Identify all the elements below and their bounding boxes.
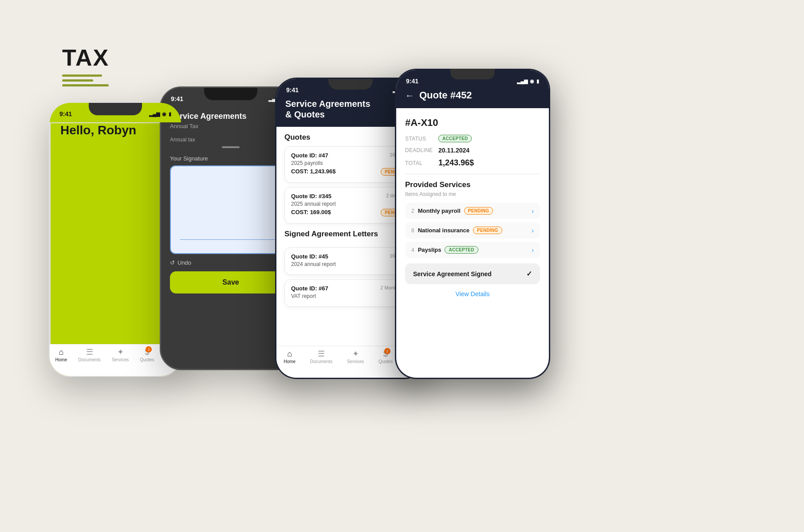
chevron-right-icon-3: › — [532, 246, 534, 254]
quotes-icon: $2 — [383, 350, 388, 358]
documents-icon: ☰ — [86, 348, 93, 356]
service2-num: 8 — [411, 227, 414, 234]
service-item-left-3: 4 Payslips ACCEPTED — [411, 246, 478, 254]
your-signature-label: Your Signature — [170, 155, 292, 162]
signed1-sub: 2024 annual report — [291, 261, 410, 267]
phone3-q2-id: Quote ID: #345 — [291, 193, 331, 200]
service1-item-status: PENDING — [464, 207, 493, 215]
phone4-header: ← Quote #452 — [396, 90, 549, 108]
service2-item-status: PENDING — [473, 227, 502, 234]
sig-description: Annual tax — [170, 137, 292, 143]
logo-line-1 — [62, 74, 102, 77]
sig-title: Service Agreements — [170, 112, 292, 121]
chevron-right-icon-2: › — [532, 227, 534, 234]
phone3-nav-services[interactable]: ✦ Services — [347, 350, 364, 372]
service1-num: 2 — [411, 208, 414, 214]
quote-id: #A-X10 — [405, 117, 540, 129]
back-button[interactable]: ← — [405, 90, 414, 101]
signed2-id: Quote ID: #67 — [291, 285, 328, 292]
status-value: ACCEPTED — [438, 135, 472, 142]
service3-item-name: Payslips — [418, 246, 441, 253]
wifi-icon: ◉ — [530, 78, 534, 84]
provided-services-sub: Items Assigned to me — [405, 191, 540, 197]
battery-icon: ▮ — [169, 111, 171, 117]
service1-item-name: Monthly payroll — [418, 207, 461, 214]
phone2-time: 9:41 — [171, 95, 183, 102]
logo-line-3 — [62, 84, 109, 86]
phone1-notch — [89, 103, 142, 115]
service3-item-status: ACCEPTED — [445, 246, 478, 254]
signal-icon: ▂▄▆ — [149, 111, 160, 117]
quotes-badge: 2 — [146, 346, 152, 352]
view-details-link[interactable]: View Details — [405, 290, 540, 297]
save-button[interactable]: Save — [170, 271, 292, 293]
signed2-sub: VAT report — [291, 293, 410, 299]
deadline-row: DEADLINE 20.11.2024 — [405, 147, 540, 154]
service-item-left-2: 8 National insurance PENDING — [411, 227, 502, 234]
home-icon: ⌂ — [287, 350, 292, 358]
phone1-time: 9:41 — [59, 110, 72, 117]
deadline-value: 20.11.2024 — [438, 147, 469, 154]
phone4-time: 9:41 — [406, 78, 418, 85]
home-icon: ⌂ — [59, 348, 63, 356]
logo: TAX — [62, 44, 109, 86]
agreement-signed-text: Service Agreement Signed — [413, 270, 492, 278]
nav-quotes[interactable]: $2 Quotes — [140, 348, 154, 370]
phone3-q2-cost: COST: 169.00$ — [291, 209, 331, 215]
status-row: STATUS ACCEPTED — [405, 135, 540, 142]
signature-box[interactable] — [170, 165, 292, 254]
nav-services[interactable]: ✦ Services — [112, 348, 129, 370]
phone4-inner: 9:41 ▂▄▆ ◉ ▮ ← Quote #452 #A-X10 STATUS … — [396, 70, 549, 378]
phone3-q2-sub: 2025 annual report — [291, 201, 410, 207]
signal-icon: ▂▄▆ — [517, 78, 528, 84]
phone3-time: 9:41 — [286, 86, 299, 94]
phone3-q1-cost: COST: 1,243.96$ — [291, 168, 335, 175]
provided-service-3[interactable]: 4 Payslips ACCEPTED › — [405, 242, 540, 258]
phone4-status-bar: 9:41 ▂▄▆ ◉ ▮ — [396, 70, 549, 90]
undo-button[interactable]: ↺ Undo — [170, 259, 292, 266]
checkmark-icon: ✓ — [526, 270, 532, 278]
services-icon: ✦ — [117, 348, 124, 356]
wifi-icon: ◉ — [162, 111, 166, 117]
divider — [405, 174, 540, 174]
signed1-id: Quote ID: #45 — [291, 253, 328, 260]
provided-services-title: Provided Services — [405, 180, 540, 189]
signature-line — [180, 239, 282, 240]
phone1-status-icons: ▂▄▆ ◉ ▮ — [149, 111, 171, 117]
phone4-status-icons: ▂▄▆ ◉ ▮ — [517, 78, 539, 84]
provided-service-1[interactable]: 2 Monthly payroll PENDING › — [405, 203, 540, 219]
phone-quote-detail-screen: 9:41 ▂▄▆ ◉ ▮ ← Quote #452 #A-X10 STATUS … — [395, 69, 550, 379]
provided-service-2[interactable]: 8 National insurance PENDING › — [405, 222, 540, 239]
deadline-label: DEADLINE — [405, 147, 438, 153]
total-value: 1,243.96$ — [438, 158, 474, 168]
phone3-nav-documents[interactable]: ☰ Documents — [310, 350, 333, 372]
signed-label: Signed Agreement Letters — [284, 230, 378, 239]
service2-item-name: National insurance — [418, 227, 469, 234]
phone3-q1-sub: 2025 payrolls — [291, 160, 410, 166]
phone4-content: #A-X10 STATUS ACCEPTED DEADLINE 20.11.20… — [396, 108, 549, 378]
documents-icon: ☰ — [318, 350, 325, 358]
status-label: STATUS — [405, 136, 438, 142]
phone4-notch — [450, 70, 495, 79]
phone3-notch — [328, 79, 373, 90]
agreement-signed-bar: Service Agreement Signed ✓ — [405, 263, 540, 284]
service-item-left-1: 2 Monthly payroll PENDING — [411, 207, 493, 215]
undo-icon: ↺ — [170, 259, 175, 266]
phone3-q1-id: Quote ID: #47 — [291, 152, 328, 159]
phone3-nav-home[interactable]: ⌂ Home — [284, 350, 296, 372]
nav-documents[interactable]: ☰ Documents — [78, 348, 101, 370]
logo-decoration — [62, 74, 109, 86]
logo-text: TAX — [62, 44, 109, 71]
total-label: TOTAL — [405, 160, 438, 166]
services-icon: ✦ — [352, 350, 359, 358]
chevron-right-icon: › — [532, 207, 534, 215]
logo-line-2 — [62, 79, 93, 82]
greeting-text: Hello, Robyn — [60, 123, 172, 137]
quotes-icon: $2 — [145, 348, 149, 356]
nav-home[interactable]: ⌂ Home — [55, 348, 67, 370]
sig-handle — [222, 146, 240, 148]
phone3-quotes-badge: 2 — [384, 348, 390, 354]
total-row: TOTAL 1,243.96$ — [405, 158, 540, 168]
phone3-nav-quotes[interactable]: $2 Quotes — [378, 350, 393, 372]
phone4-title: Quote #452 — [419, 90, 472, 101]
